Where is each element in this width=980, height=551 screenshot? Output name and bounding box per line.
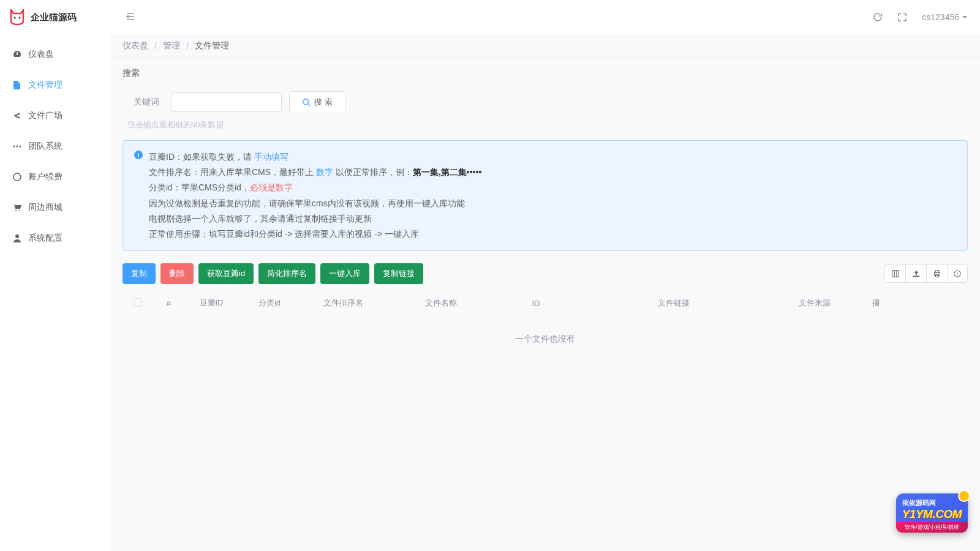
svg-text:i: i (957, 271, 958, 277)
sidebar-item-file-manage[interactable]: 文件管理 (0, 70, 110, 100)
sidebar-item-team[interactable]: 团队系统 (0, 131, 110, 162)
username: cs123456 (922, 12, 959, 22)
logo-text: 企业猫源码 (31, 12, 77, 23)
copy-link-button[interactable]: 复制链接 (374, 263, 423, 284)
svg-rect-12 (892, 271, 899, 277)
info-icon: i (134, 151, 143, 242)
help-icon[interactable]: i (947, 264, 968, 283)
get-douban-button[interactable]: 获取豆瓣id (198, 263, 254, 284)
th-sortname: 文件排序名 (300, 298, 386, 309)
th-link: 文件链接 (576, 298, 772, 309)
sidebar-item-label: 账户续费 (28, 171, 62, 182)
sidebar-item-file-plaza[interactable]: 文件广场 (0, 100, 110, 131)
search-row: 关键词 搜 索 (123, 91, 968, 113)
th-id: ID (496, 299, 576, 308)
empty-state: 一个文件也没有 (123, 315, 968, 363)
search-hint: 仅会输出最相似的50条数据 (127, 119, 968, 130)
sidebar-item-label: 文件管理 (28, 80, 62, 91)
sidebar-item-label: 仪表盘 (28, 49, 54, 60)
dots-icon (12, 141, 22, 151)
logo-icon (7, 7, 27, 27)
table-header: # 豆瓣ID 分类id 文件排序名 文件名称 ID 文件链接 文件来源 播 (123, 291, 968, 315)
breadcrumb-sep: / (186, 41, 189, 51)
sidebar-item-label: 周边商城 (28, 202, 62, 213)
sidebar-item-dashboard[interactable]: 仪表盘 (0, 39, 110, 70)
user-menu[interactable]: cs123456 (922, 12, 968, 22)
sidebar: 企业猫源码 仪表盘 文件管理 文件广场 团队系统 账户续费 (0, 0, 110, 551)
simplify-button[interactable]: 简化排序名 (258, 263, 315, 284)
import-button[interactable]: 一键入库 (320, 263, 369, 284)
sidebar-item-shop[interactable]: 周边商城 (0, 192, 110, 223)
th-douban: 豆瓣ID (184, 298, 239, 309)
svg-point-9 (303, 99, 309, 105)
svg-rect-15 (935, 275, 938, 277)
th-hash: # (153, 299, 184, 308)
breadcrumb: 仪表盘 / 管理 / 文件管理 (110, 34, 980, 58)
columns-icon[interactable] (884, 264, 905, 283)
dashboard-icon (12, 50, 22, 59)
data-table: # 豆瓣ID 分类id 文件排序名 文件名称 ID 文件链接 文件来源 播 一个… (123, 291, 968, 363)
sidebar-item-label: 文件广场 (28, 110, 62, 121)
search-button[interactable]: 搜 索 (289, 91, 345, 113)
share-icon (12, 111, 22, 121)
breadcrumb-sep: / (154, 41, 157, 51)
breadcrumb-current: 文件管理 (195, 40, 229, 51)
th-catid: 分类id (239, 298, 300, 309)
svg-rect-14 (935, 271, 938, 273)
header: cs123456 (110, 0, 980, 34)
content: 搜索 关键词 搜 索 仅会输出最相似的50条数据 i 豆瓣ID：如果获取失败，请… (110, 58, 980, 551)
keyword-input[interactable] (172, 92, 282, 112)
nav-menu: 仪表盘 文件管理 文件广场 团队系统 账户续费 周边商城 (0, 34, 110, 551)
logo[interactable]: 企业猫源码 (0, 0, 110, 34)
refresh-icon (12, 172, 22, 182)
sidebar-item-label: 团队系统 (28, 141, 62, 152)
cart-icon (12, 203, 22, 212)
reload-icon[interactable] (873, 12, 883, 22)
sidebar-item-account[interactable]: 账户续费 (0, 162, 110, 192)
chevron-down-icon (962, 12, 968, 22)
fullscreen-icon[interactable] (897, 12, 907, 22)
th-play: 播 (858, 298, 894, 309)
svg-point-3 (17, 146, 18, 148)
th-source: 文件来源 (772, 298, 858, 309)
manual-fill-link[interactable]: 手动填写 (254, 152, 288, 162)
th-filename: 文件名称 (386, 298, 496, 309)
sidebar-item-label: 系统配置 (28, 233, 62, 244)
print-icon[interactable] (926, 264, 947, 283)
collapse-icon[interactable] (123, 9, 138, 26)
toolbar: 复制 删除 获取豆瓣id 简化排序名 一键入库 复制链接 i (123, 263, 968, 284)
svg-point-4 (20, 146, 21, 148)
svg-point-6 (15, 210, 17, 211)
svg-point-5 (13, 173, 21, 181)
keyword-label: 关键词 (123, 97, 159, 108)
breadcrumb-mid[interactable]: 管理 (163, 40, 180, 51)
user-icon (12, 233, 22, 243)
file-icon (12, 80, 22, 90)
breadcrumb-root[interactable]: 仪表盘 (123, 40, 148, 51)
svg-point-8 (15, 234, 19, 238)
search-icon (302, 98, 311, 107)
select-all-checkbox[interactable] (134, 298, 142, 307)
svg-point-2 (13, 146, 15, 148)
copy-button[interactable]: 复制 (123, 263, 156, 284)
delete-button[interactable]: 删除 (160, 263, 194, 284)
info-content: 豆瓣ID：如果获取失败，请 手动填写 文件排序名：用来入库苹果CMS，最好带上 … (149, 149, 481, 242)
svg-point-1 (19, 17, 21, 19)
export-icon[interactable] (905, 264, 926, 283)
svg-point-0 (14, 17, 16, 19)
svg-text:i: i (138, 152, 140, 159)
info-box: i 豆瓣ID：如果获取失败，请 手动填写 文件排序名：用来入库苹果CMS，最好带… (123, 140, 968, 251)
search-title: 搜索 (123, 68, 968, 79)
sidebar-item-settings[interactable]: 系统配置 (0, 223, 110, 253)
svg-point-7 (19, 210, 20, 211)
